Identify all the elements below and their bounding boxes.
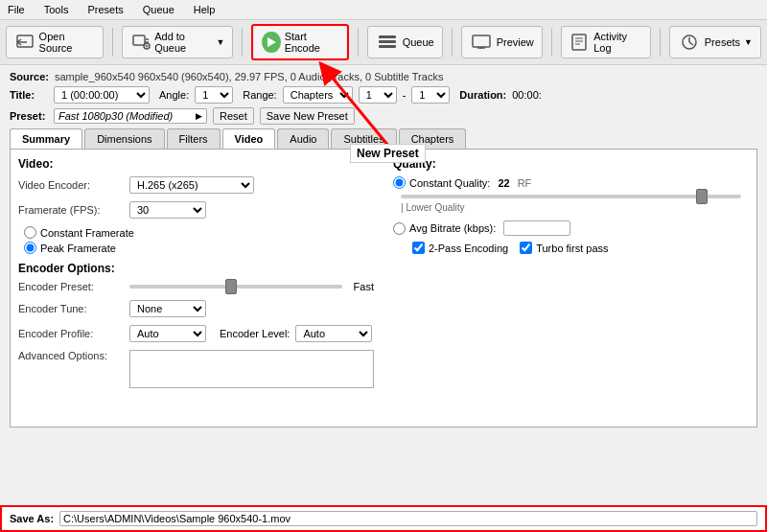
turbo-checkbox[interactable]	[520, 242, 532, 254]
encoder-profile-select[interactable]: Auto	[129, 325, 206, 342]
encoder-options-section: Encoder Options: Encoder Preset: Fast En…	[18, 262, 374, 388]
divider-2	[242, 28, 243, 57]
menu-queue[interactable]: Queue	[139, 2, 178, 17]
angle-select[interactable]: 1	[195, 86, 233, 104]
advanced-options-label: Advanced Options:	[18, 350, 124, 361]
range-dash: -	[403, 89, 407, 101]
tab-filters[interactable]: Filters	[167, 128, 221, 149]
encoder-preset-value: Fast	[354, 281, 374, 292]
constant-quality-radio[interactable]	[393, 176, 406, 189]
encoder-preset-thumb[interactable]	[225, 279, 237, 294]
quality-slider-container: | Lower Quality	[393, 195, 749, 213]
start-encode-icon	[262, 32, 280, 53]
video-panel: Video: Video Encoder: H.265 (x265) Frame…	[10, 150, 757, 428]
start-encode-wrapper: Start Encode	[251, 24, 349, 60]
range-type-select[interactable]: Chapters	[283, 86, 353, 104]
divider-3	[358, 28, 359, 57]
turbo-item: Turbo first pass	[520, 242, 608, 254]
open-source-label: Open Source	[39, 31, 95, 54]
peak-framerate-radio[interactable]	[24, 242, 36, 254]
reset-button[interactable]: Reset	[213, 107, 254, 125]
constant-framerate-label: Constant Framerate	[40, 227, 134, 239]
tab-dimensions[interactable]: Dimensions	[84, 128, 164, 149]
activity-log-icon	[569, 31, 591, 54]
tab-audio[interactable]: Audio	[277, 128, 329, 149]
video-settings: Video: Video Encoder: H.265 (x265) Frame…	[18, 157, 374, 419]
title-row: Title: 1 (00:00:00) Angle: 1 Range: Chap…	[10, 86, 757, 104]
divider-4	[452, 28, 453, 57]
add-to-queue-arrow[interactable]: ▼	[216, 37, 224, 47]
constant-framerate-radio[interactable]	[24, 226, 36, 239]
range-end-select[interactable]: 1	[411, 86, 450, 104]
advanced-options-input[interactable]	[129, 350, 374, 388]
lower-quality-label: | Lower Quality	[401, 202, 465, 213]
advanced-options-row: Advanced Options:	[18, 350, 374, 388]
encoder-preset-row: Encoder Preset: Fast	[18, 281, 374, 292]
duration-label: Duration:	[459, 89, 506, 101]
presets-arrow[interactable]: ▼	[744, 37, 753, 47]
source-value: sample_960x540 960x540 (960x540), 29.97 …	[55, 71, 443, 82]
tab-video[interactable]: Video	[222, 128, 276, 149]
quality-slider-thumb[interactable]	[696, 189, 708, 204]
encoder-preset-label: Encoder Preset:	[18, 281, 124, 292]
avg-bitrate-input[interactable]	[503, 220, 570, 236]
encoder-tune-select[interactable]: None	[129, 300, 206, 317]
start-encode-label: Start Encode	[285, 31, 338, 54]
title-select[interactable]: 1 (00:00:00)	[54, 86, 150, 104]
svg-rect-14	[572, 35, 586, 50]
add-to-queue-button[interactable]: Add to Queue ▼	[122, 26, 233, 58]
encoder-tune-label: Encoder Tune:	[18, 303, 124, 314]
tab-chapters[interactable]: Chapters	[399, 128, 467, 149]
queue-button[interactable]: Queue	[367, 26, 443, 58]
tab-summary[interactable]: Summary	[10, 128, 82, 149]
encoder-label: Video Encoder:	[18, 179, 124, 191]
open-source-icon	[14, 31, 35, 54]
constant-quality-unit: RF	[518, 177, 532, 189]
activity-log-button[interactable]: Activity Log	[561, 26, 651, 58]
menu-tools[interactable]: Tools	[40, 2, 73, 17]
svg-rect-2	[133, 35, 145, 45]
presets-label: Presets	[705, 36, 740, 48]
range-start-select[interactable]: 1	[359, 86, 397, 104]
constant-quality-value: 22	[498, 177, 509, 189]
menu-help[interactable]: Help	[190, 2, 220, 17]
preview-icon	[470, 31, 493, 54]
preview-label: Preview	[497, 36, 534, 48]
quality-settings: Quality: Constant Quality: 22 RF | Lower…	[393, 157, 749, 419]
menu-presets[interactable]: Presets	[83, 2, 127, 17]
start-encode-button[interactable]: Start Encode	[254, 27, 346, 58]
save-new-preset-button[interactable]: Save New Preset	[260, 107, 355, 125]
two-pass-label: 2-Pass Encoding	[429, 243, 508, 254]
toolbar: Open Source Add to Queue ▼ Start Encode	[0, 20, 767, 65]
two-pass-checkbox[interactable]	[412, 242, 425, 254]
turbo-label: Turbo first pass	[536, 243, 608, 254]
framerate-row: Framerate (FPS): 30	[18, 201, 374, 219]
framerate-select[interactable]: 30	[129, 201, 206, 219]
encoder-options-title: Encoder Options:	[18, 262, 374, 275]
preset-arrow: ▶	[196, 111, 202, 121]
preset-dropdown[interactable]: Fast 1080p30 (Modified) ▶	[54, 108, 207, 124]
quality-section-title: Quality:	[393, 157, 749, 171]
svg-rect-9	[379, 40, 396, 43]
encoder-profile-row: Encoder Profile: Auto Encoder Level: Aut…	[18, 325, 374, 342]
two-pass-item: 2-Pass Encoding	[412, 242, 508, 254]
constant-quality-item: Constant Quality: 22 RF	[393, 176, 749, 189]
tab-subtitles[interactable]: Subtitles	[331, 128, 396, 149]
encoder-level-select[interactable]: Auto	[295, 325, 372, 342]
add-to-queue-icon	[130, 31, 151, 54]
menu-file[interactable]: File	[4, 2, 29, 17]
divider-6	[660, 28, 661, 57]
presets-button[interactable]: Presets ▼	[669, 26, 761, 58]
save-as-input[interactable]	[59, 511, 757, 526]
divider-5	[551, 28, 552, 57]
queue-icon	[376, 31, 399, 54]
open-source-button[interactable]: Open Source	[6, 26, 104, 58]
peak-framerate-label: Peak Framerate	[40, 243, 116, 254]
encoder-select[interactable]: H.265 (x265)	[129, 176, 254, 194]
save-as-bar: Save As:	[0, 505, 767, 532]
pass-options: 2-Pass Encoding Turbo first pass	[412, 242, 749, 254]
preview-button[interactable]: Preview	[461, 26, 543, 58]
quality-slider-track	[401, 195, 741, 198]
avg-bitrate-radio[interactable]	[393, 222, 406, 235]
save-as-label: Save As:	[10, 513, 54, 524]
